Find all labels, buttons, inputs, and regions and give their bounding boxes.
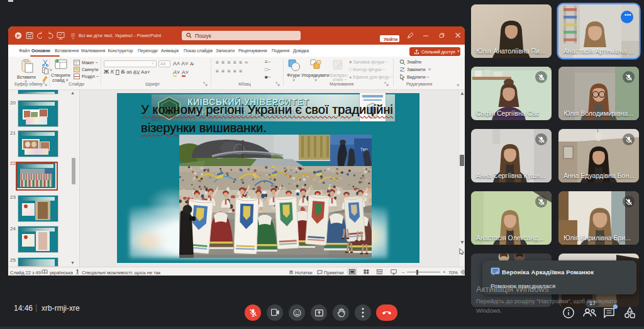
svg-text:P: P [16,33,20,39]
